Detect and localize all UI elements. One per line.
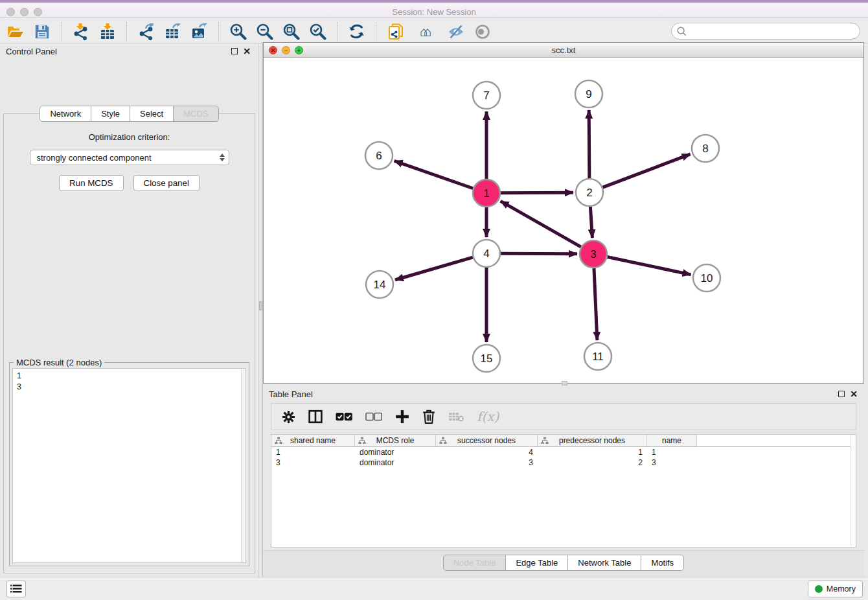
tab-edge-table[interactable]: Edge Table bbox=[505, 555, 568, 571]
memory-button[interactable]: Memory bbox=[808, 581, 863, 597]
zoom-selected-icon[interactable] bbox=[309, 23, 326, 40]
toolbar-separator bbox=[218, 22, 219, 41]
hide-details-icon[interactable] bbox=[447, 23, 464, 40]
cell-MCDS-role: dominator bbox=[355, 447, 436, 457]
birds-eye-view-icon[interactable] bbox=[474, 23, 491, 40]
result-line: 1 bbox=[17, 371, 246, 382]
first-neighbors-icon[interactable]: ⌂⌂ bbox=[413, 23, 438, 40]
node-label: 15 bbox=[481, 352, 493, 365]
node-2[interactable]: 2 bbox=[576, 179, 603, 206]
close-panel-button[interactable]: Close panel bbox=[133, 175, 200, 191]
edge-2-3[interactable] bbox=[590, 207, 592, 238]
cell-successor-nodes: 3 bbox=[436, 457, 538, 468]
close-panel-icon[interactable]: ✕ bbox=[243, 46, 251, 56]
column-label: predecessor nodes bbox=[559, 436, 625, 445]
mcds-result-list[interactable]: 13 bbox=[12, 368, 246, 563]
cell-shared-name: 3 bbox=[271, 457, 355, 468]
edge-2-8[interactable] bbox=[603, 154, 691, 187]
tab-mcds[interactable]: MCDS bbox=[173, 106, 218, 122]
refresh-icon[interactable] bbox=[348, 23, 365, 40]
vertical-splitter[interactable] bbox=[258, 43, 263, 577]
float-table-panel-icon[interactable] bbox=[838, 391, 845, 397]
edge-1-6[interactable] bbox=[394, 161, 474, 188]
tab-style[interactable]: Style bbox=[91, 106, 130, 122]
node-11[interactable]: 11 bbox=[584, 343, 611, 370]
deselect-all-rows-icon[interactable] bbox=[365, 409, 382, 424]
table-scrollbar[interactable] bbox=[851, 435, 856, 547]
node-9[interactable]: 9 bbox=[575, 80, 602, 108]
table-row[interactable]: 1dominator411 bbox=[271, 447, 856, 457]
add-column-icon[interactable] bbox=[395, 409, 409, 424]
export-network-icon[interactable] bbox=[137, 23, 155, 40]
optimization-criterion-label: Optimization criterion: bbox=[4, 132, 255, 142]
control-panel-header: Control Panel ✕ bbox=[0, 43, 258, 60]
node-8[interactable]: 8 bbox=[692, 135, 719, 162]
edge-4-14[interactable] bbox=[395, 257, 473, 280]
column-label: name bbox=[662, 436, 681, 445]
zoom-out-icon[interactable] bbox=[256, 23, 273, 40]
node-15[interactable]: 15 bbox=[473, 345, 500, 372]
save-session-icon[interactable] bbox=[33, 23, 51, 40]
run-mcds-button[interactable]: Run MCDS bbox=[59, 175, 123, 191]
search-box[interactable] bbox=[671, 23, 860, 40]
tab-select[interactable]: Select bbox=[130, 106, 174, 122]
result-scrollbar[interactable] bbox=[241, 369, 246, 562]
node-10[interactable]: 10 bbox=[693, 264, 720, 292]
zoom-in-icon[interactable] bbox=[229, 23, 247, 40]
criterion-select[interactable]: strongly connected component bbox=[30, 150, 229, 165]
tab-network[interactable]: Network bbox=[40, 106, 91, 122]
node-3[interactable]: 3 bbox=[580, 240, 607, 268]
zoom-fit-icon[interactable] bbox=[282, 23, 300, 40]
function-builder-icon[interactable]: f(x) bbox=[477, 409, 499, 424]
table-row[interactable]: 3dominator323 bbox=[271, 457, 856, 468]
delete-column-icon[interactable] bbox=[422, 409, 435, 424]
node-6[interactable]: 6 bbox=[365, 142, 393, 169]
node-7[interactable]: 7 bbox=[473, 82, 500, 109]
node-1[interactable]: 1 bbox=[473, 179, 500, 207]
export-image-icon[interactable] bbox=[190, 23, 208, 40]
clear-table-icon[interactable] bbox=[448, 409, 464, 424]
edge-3-11[interactable] bbox=[594, 268, 597, 340]
select-all-rows-icon[interactable] bbox=[336, 409, 352, 424]
node-14[interactable]: 14 bbox=[366, 271, 393, 298]
node-4[interactable]: 4 bbox=[473, 240, 500, 267]
node-table[interactable]: shared nameMCDS rolesuccessor nodesprede… bbox=[271, 434, 856, 548]
toolbar-separator bbox=[376, 22, 376, 41]
tab-network-table[interactable]: Network Table bbox=[567, 555, 641, 571]
horizontal-splitter-handle[interactable] bbox=[562, 381, 567, 386]
tab-node-table[interactable]: Node Table bbox=[443, 555, 507, 571]
clone-network-icon[interactable] bbox=[387, 23, 404, 40]
table-settings-icon[interactable] bbox=[282, 409, 295, 424]
open-file-icon[interactable] bbox=[6, 23, 24, 40]
export-table-icon[interactable] bbox=[164, 23, 181, 40]
network-graph[interactable]: 7968124314101511 bbox=[264, 58, 863, 383]
splitter-handle[interactable] bbox=[259, 301, 262, 310]
edge-2-9[interactable] bbox=[589, 110, 589, 178]
column-label: shared name bbox=[290, 436, 336, 445]
column-header-name[interactable]: name bbox=[647, 435, 697, 446]
import-network-icon[interactable] bbox=[72, 23, 89, 40]
status-bar: Memory bbox=[0, 577, 868, 600]
cell-successor-nodes: 4 bbox=[436, 447, 538, 457]
close-table-panel-icon[interactable]: ✕ bbox=[850, 389, 858, 399]
float-panel-icon[interactable] bbox=[231, 48, 238, 54]
column-header-successor-nodes[interactable]: successor nodes bbox=[436, 435, 538, 446]
node-label: 10 bbox=[701, 272, 713, 284]
edge-3-1[interactable] bbox=[501, 201, 581, 247]
node-label: 1 bbox=[483, 187, 489, 200]
edge-1-2[interactable] bbox=[501, 192, 573, 193]
column-header-MCDS-role[interactable]: MCDS role bbox=[355, 435, 436, 446]
edge-4-3[interactable] bbox=[501, 253, 577, 254]
show-columns-icon[interactable] bbox=[308, 409, 323, 424]
node-label: 11 bbox=[592, 351, 604, 363]
edge-3-10[interactable] bbox=[608, 257, 691, 275]
node-label: 2 bbox=[586, 187, 592, 199]
import-table-icon[interactable] bbox=[98, 23, 116, 40]
column-header-shared-name[interactable]: shared name bbox=[271, 435, 355, 446]
search-input[interactable] bbox=[687, 25, 860, 38]
column-header-predecessor-nodes[interactable]: predecessor nodes bbox=[538, 435, 647, 446]
network-canvas[interactable]: 7968124314101511 bbox=[264, 58, 863, 383]
tab-motifs[interactable]: Motifs bbox=[641, 555, 684, 571]
column-type-icon bbox=[358, 437, 366, 444]
task-history-button[interactable] bbox=[6, 581, 26, 597]
